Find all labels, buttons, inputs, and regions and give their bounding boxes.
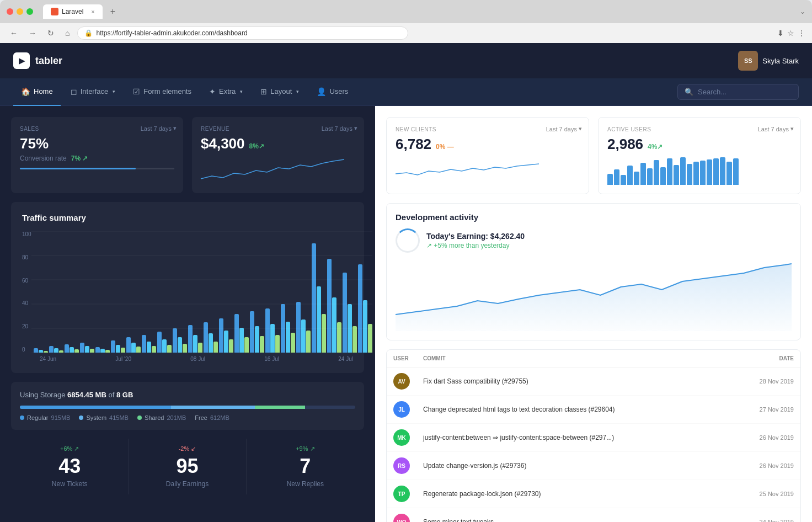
- nav-item-interface[interactable]: ◻ Interface ▾: [63, 78, 124, 106]
- active-period[interactable]: Last 7 days ▾: [758, 125, 794, 132]
- earnings-value: 95: [133, 455, 241, 478]
- legend-shared: Shared 201MB: [137, 414, 186, 421]
- commit-date-0: 28 Nov 2019: [740, 367, 800, 396]
- revenue-value-row: $4,300 8%↗: [201, 135, 355, 152]
- clients-value-row: 6,782 0% —: [396, 136, 580, 153]
- nav-item-users[interactable]: 👤 Users: [309, 78, 356, 106]
- revenue-badge: 8%↗: [249, 142, 264, 150]
- storage-of: of: [108, 391, 114, 399]
- users-icon: 👤: [317, 87, 326, 96]
- browser-titlebar: Laravel × + ⌄: [0, 0, 812, 23]
- extensions-button[interactable]: ⬇: [777, 29, 784, 38]
- bar-group-8: [142, 335, 156, 353]
- legend-dot-system: [79, 416, 83, 420]
- legend-label-free: Free: [195, 414, 207, 421]
- y-40: 40: [22, 300, 31, 306]
- commit-date-5: 24 Nov 2019: [740, 508, 800, 523]
- commit-tbody: AV Fix dart Sass compatibility (#29755) …: [387, 367, 800, 523]
- storage-regular-seg: [20, 406, 171, 409]
- minimize-dot[interactable]: [17, 8, 23, 15]
- forward-button[interactable]: →: [25, 28, 40, 39]
- search-box[interactable]: 🔍: [677, 84, 799, 100]
- new-tab-button[interactable]: +: [110, 7, 115, 17]
- new-clients-card: NEW CLIENTS Last 7 days ▾ 6,782 0% —: [386, 117, 589, 194]
- nav-item-form[interactable]: ☑ Form elements: [125, 78, 199, 106]
- commit-user-0: AV: [387, 367, 416, 396]
- nav-search: 🔍: [677, 84, 799, 100]
- user-name: Skyla Stark: [762, 57, 799, 65]
- window-controls: ⌄: [800, 8, 805, 15]
- nav-label-interface: Interface: [81, 87, 109, 95]
- x-16jul: 16 Jul: [264, 356, 279, 362]
- legend-size-free: 612MB: [210, 414, 229, 421]
- menu-button[interactable]: ⋮: [798, 29, 805, 38]
- nav-item-layout[interactable]: ⊞ Layout ▾: [253, 78, 307, 106]
- bar-group-10: [173, 328, 187, 353]
- right-panel: NEW CLIENTS Last 7 days ▾ 6,782 0% —: [375, 106, 812, 522]
- dev-earning-sub: ↗ +5% more than yesterday: [426, 242, 525, 249]
- tab-close-button[interactable]: ×: [91, 8, 94, 15]
- browser-tab[interactable]: Laravel ×: [43, 4, 103, 19]
- commit-msg-3: Update change-version.js (#29736): [416, 452, 740, 480]
- sales-progress-fill: [20, 168, 136, 169]
- commit-date-3: 26 Nov 2019: [740, 452, 800, 480]
- commit-msg-2: justify-content:between ⇒ justify-conten…: [416, 424, 740, 452]
- storage-card: Using Storage 6854.45 MB of 8 GB Regular…: [11, 382, 364, 430]
- refresh-button[interactable]: ↻: [44, 28, 57, 39]
- th-user: USER: [387, 350, 416, 367]
- bar-group-2: [49, 346, 63, 353]
- bookmark-button[interactable]: ☆: [787, 29, 794, 38]
- left-panel: SALES Last 7 days ▾ 75% Conversion rate …: [0, 106, 375, 522]
- legend-free: Free 612MB: [195, 414, 229, 421]
- stat-new-replies: +9% ↗ 7 New Replies: [247, 439, 364, 494]
- nav-item-extra[interactable]: ✦ Extra ▾: [201, 78, 250, 106]
- commit-table-card: USER COMMIT DATE AV Fix dart Sass compat…: [386, 349, 801, 522]
- y-axis: 100 80 60 40 20 0: [22, 231, 31, 353]
- stat-daily-earnings: -2% ↙ 95 Daily Earnings: [129, 439, 246, 494]
- bar-group-11: [188, 325, 202, 353]
- x-24jul: 24 Jul: [338, 356, 353, 362]
- commit-row-4: TP Regenerate package-lock.json (#29730)…: [387, 480, 800, 508]
- active-value: 2,986: [607, 136, 643, 153]
- nav-item-home[interactable]: 🏠 Home: [13, 78, 61, 106]
- legend-label-system: System: [86, 414, 106, 421]
- spinner-icon: [396, 228, 420, 253]
- address-bar[interactable]: 🔒 https://fortify-tabler-admin.akukoder.…: [77, 26, 408, 40]
- bar-group-17: [281, 304, 295, 353]
- browser-nav: ← → ↻ ⌂ 🔒 https://fortify-tabler-admin.a…: [0, 23, 812, 43]
- sales-period[interactable]: Last 7 days ▾: [141, 125, 177, 132]
- avatar-3: RS: [393, 457, 410, 474]
- storage-legend: Regular 915MB System 415MB Shared 201MB: [20, 414, 355, 421]
- home-button[interactable]: ⌂: [62, 28, 73, 39]
- app-header: ▶ tabler SS Skyla Stark: [0, 43, 812, 78]
- commit-row-5: WQ Some minor text tweaks 24 Nov 2019: [387, 508, 800, 523]
- maximize-dot[interactable]: [26, 8, 33, 15]
- y-60: 60: [22, 278, 31, 284]
- clients-period[interactable]: Last 7 days ▾: [546, 125, 582, 132]
- legend-label-regular: Regular: [27, 414, 49, 421]
- clients-value: 6,782: [396, 136, 431, 153]
- extra-chevron: ▾: [240, 89, 243, 94]
- storage-shared-seg: [255, 406, 305, 409]
- revenue-period[interactable]: Last 7 days ▾: [322, 125, 357, 132]
- back-button[interactable]: ←: [7, 28, 21, 39]
- y-0: 0: [22, 347, 31, 353]
- legend-dot-regular: [20, 416, 24, 420]
- commit-row-3: RS Update change-version.js (#29736) 26 …: [387, 452, 800, 480]
- avatar-0: AV: [393, 373, 410, 390]
- bar-group-19: [312, 243, 326, 353]
- search-input[interactable]: [698, 88, 792, 96]
- storage-title: Using Storage 6854.45 MB of 8 GB: [20, 391, 355, 399]
- close-dot[interactable]: [7, 8, 13, 15]
- bar-group-16: [265, 308, 280, 353]
- legend-system: System 415MB: [79, 414, 129, 421]
- sales-value: 75%: [20, 135, 174, 152]
- earnings-trend: -2% ↙: [133, 445, 241, 452]
- storage-used: 6854.45 MB: [67, 391, 106, 399]
- commit-row-0: AV Fix dart Sass compatibility (#29755) …: [387, 367, 800, 396]
- top-stats-left: SALES Last 7 days ▾ 75% Conversion rate …: [11, 117, 364, 193]
- bar-group-9: [157, 332, 172, 353]
- legend-regular: Regular 915MB: [20, 414, 70, 421]
- clients-chart: [396, 157, 580, 185]
- tab-favicon: [51, 8, 58, 15]
